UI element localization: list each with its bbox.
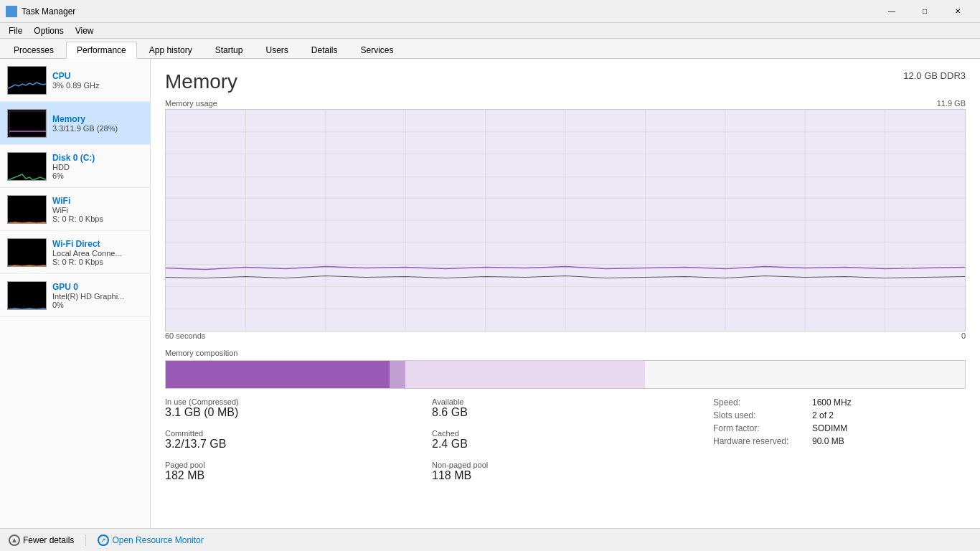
comp-inuse (166, 361, 390, 388)
fewer-details-icon: ▲ (9, 534, 20, 546)
footer-separator (85, 534, 86, 546)
chart-label-left: Memory usage (165, 99, 217, 108)
stat-committed-label: Committed (165, 429, 432, 438)
tab-services[interactable]: Services (350, 41, 405, 58)
sidebar-wifidirect-subtitle2: S: 0 R: 0 Kbps (52, 258, 143, 266)
stats-middle: Available 8.6 GB Cached 2.4 GB Non-paged… (432, 397, 699, 492)
sidebar-gpu-subtitle2: 0% (52, 301, 143, 309)
open-resource-monitor-link[interactable]: Open Resource Monitor (112, 535, 203, 545)
memory-usage-section: Memory usage 11.9 GB (165, 99, 966, 340)
memory-chart (165, 109, 966, 331)
composition-label: Memory composition (165, 349, 966, 357)
stat-non-paged-pool-value: 118 MB (432, 469, 699, 482)
spec-form-value: SODIMM (812, 423, 847, 433)
comp-standby (405, 361, 645, 388)
stat-committed: Committed 3.2/13.7 GB (165, 429, 432, 451)
sidebar-memory-subtitle: 3.3/11.9 GB (28%) (52, 124, 143, 133)
stat-available: Available 8.6 GB (432, 397, 699, 419)
menu-view[interactable]: View (70, 24, 100, 37)
sidebar-wifi-subtitle2: S: 0 R: 0 Kbps (52, 215, 143, 223)
sidebar-gpu-subtitle1: Intel(R) HD Graphi... (52, 292, 143, 301)
spec-table: Speed: 1600 MHz Slots used: 2 of 2 Form … (713, 397, 966, 446)
sidebar-item-wifi[interactable]: WiFi WiFi S: 0 R: 0 Kbps (0, 188, 150, 231)
tab-app-history[interactable]: App history (138, 41, 203, 58)
resource-monitor-icon: ↗ (98, 534, 109, 546)
sidebar-cpu-title: CPU (52, 71, 143, 81)
stat-in-use: In use (Compressed) 3.1 GB (0 MB) (165, 397, 432, 419)
sidebar-item-wifidirect[interactable]: Wi-Fi Direct Local Area Conne... S: 0 R:… (0, 231, 150, 274)
wifidirect-mini-graph (7, 238, 47, 267)
memory-mini-graph (7, 109, 47, 138)
disk-mini-graph (7, 152, 47, 181)
sidebar-memory-info: Memory 3.3/11.9 GB (28%) (52, 114, 143, 133)
composition-bar (165, 360, 966, 389)
sidebar-gpu-title: GPU 0 (52, 282, 143, 292)
close-button[interactable]: ✕ (941, 0, 974, 23)
tab-startup[interactable]: Startup (204, 41, 254, 58)
spec-speed-label: Speed: (713, 397, 806, 408)
stats-right: Speed: 1600 MHz Slots used: 2 of 2 Form … (699, 397, 966, 492)
content-spec: 12.0 GB DDR3 (903, 70, 966, 81)
stat-available-value: 8.6 GB (432, 406, 699, 419)
tab-performance[interactable]: Performance (66, 42, 137, 59)
stat-cached-value: 2.4 GB (432, 438, 699, 451)
stat-cached-label: Cached (432, 429, 699, 438)
spec-form: Form factor: SODIMM (713, 423, 966, 433)
wifi-mini-graph (7, 195, 47, 224)
sidebar-wifidirect-info: Wi-Fi Direct Local Area Conne... S: 0 R:… (52, 239, 143, 266)
spec-slots-label: Slots used: (713, 410, 806, 420)
stat-paged-pool-label: Paged pool (165, 461, 432, 469)
spec-speed-value: 1600 MHz (812, 397, 852, 408)
sidebar-gpu-info: GPU 0 Intel(R) HD Graphi... 0% (52, 282, 143, 309)
stat-non-paged-pool: Non-paged pool 118 MB (432, 461, 699, 482)
menu-file[interactable]: File (3, 24, 28, 37)
titlebar-controls: — □ ✕ (875, 0, 974, 23)
app-icon (6, 6, 17, 17)
sidebar-wifi-title: WiFi (52, 196, 143, 206)
chart-label-row: Memory usage 11.9 GB (165, 99, 966, 108)
sidebar-item-disk0[interactable]: Disk 0 (C:) HDD 6% (0, 145, 150, 188)
fewer-details-label: Fewer details (23, 535, 74, 545)
tab-processes[interactable]: Processes (3, 41, 65, 58)
menu-options[interactable]: Options (28, 24, 69, 37)
memory-chart-svg (166, 110, 965, 331)
sidebar-disk-info: Disk 0 (C:) HDD 6% (52, 153, 143, 180)
sidebar-wifi-subtitle1: WiFi (52, 206, 143, 215)
fewer-details-container[interactable]: ▲ Fewer details (9, 534, 74, 546)
chart-label-right-top: 11.9 GB (937, 99, 966, 108)
spec-hw-reserved-label: Hardware reserved: (713, 436, 806, 446)
chart-label-bottom-right: 0 (961, 331, 966, 340)
comp-free (645, 361, 965, 388)
tabbar: Processes Performance App history Startu… (0, 39, 980, 59)
sidebar-cpu-subtitle: 3% 0.89 GHz (52, 81, 143, 90)
spec-speed: Speed: 1600 MHz (713, 397, 966, 408)
sidebar-item-gpu0[interactable]: GPU 0 Intel(R) HD Graphi... 0% (0, 274, 150, 317)
stat-paged-pool: Paged pool 182 MB (165, 461, 432, 482)
tab-details[interactable]: Details (301, 41, 349, 58)
tab-users[interactable]: Users (255, 41, 298, 58)
cpu-mini-graph (7, 66, 47, 95)
chart-label-bottom-left: 60 seconds (165, 331, 205, 340)
sidebar-item-cpu[interactable]: CPU 3% 0.89 GHz (0, 59, 150, 102)
stats-grid: In use (Compressed) 3.1 GB (0 MB) Commit… (165, 397, 966, 492)
sidebar: CPU 3% 0.89 GHz Memory 3.3/11.9 GB (28%) (0, 59, 151, 528)
sidebar-disk-subtitle1: HDD (52, 163, 143, 171)
stat-in-use-value: 3.1 GB (0 MB) (165, 406, 432, 419)
open-resource-monitor-container[interactable]: ↗ Open Resource Monitor (98, 534, 203, 546)
stats-left: In use (Compressed) 3.1 GB (0 MB) Commit… (165, 397, 432, 492)
svg-rect-0 (8, 110, 47, 138)
minimize-button[interactable]: — (875, 0, 908, 23)
gpu-mini-graph (7, 281, 47, 310)
sidebar-disk-title: Disk 0 (C:) (52, 153, 143, 163)
sidebar-item-memory[interactable]: Memory 3.3/11.9 GB (28%) (0, 102, 150, 145)
sidebar-wifi-info: WiFi WiFi S: 0 R: 0 Kbps (52, 196, 143, 223)
composition-section: Memory composition (165, 349, 966, 389)
maximize-button[interactable]: □ (908, 0, 941, 23)
spec-hw-reserved: Hardware reserved: 90.0 MB (713, 436, 966, 446)
main-layout: CPU 3% 0.89 GHz Memory 3.3/11.9 GB (28%) (0, 59, 980, 528)
sidebar-cpu-info: CPU 3% 0.89 GHz (52, 71, 143, 90)
sidebar-wifidirect-title: Wi-Fi Direct (52, 239, 143, 249)
spec-hw-reserved-value: 90.0 MB (812, 436, 844, 446)
window-title: Task Manager (22, 6, 875, 17)
content-area: Memory 12.0 GB DDR3 Memory usage 11.9 GB (151, 59, 980, 528)
